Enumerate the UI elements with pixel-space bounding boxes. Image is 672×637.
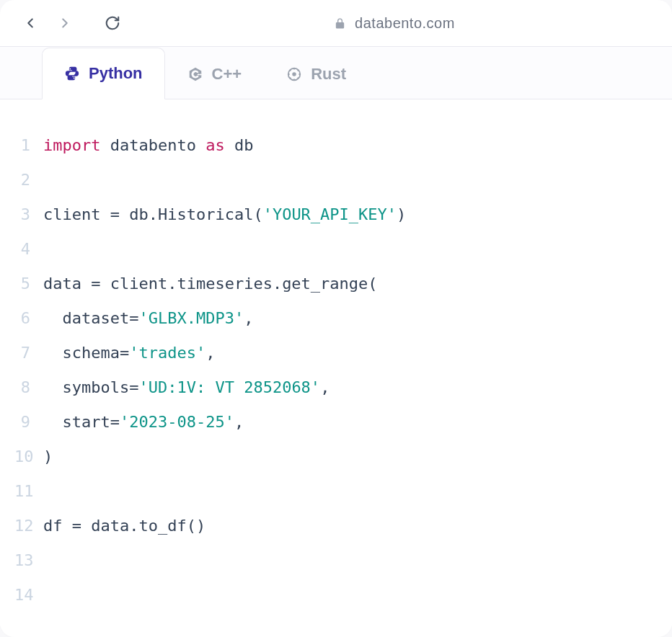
code-content: schema='trades', [43,336,215,370]
code-content: symbols='UD:1V: VT 2852068', [43,370,330,405]
line-number: 9 [14,405,43,440]
code-content: df = data.to_df() [43,509,205,543]
code-content: ) [43,440,53,474]
tab-label: C++ [212,65,242,84]
line-number: 11 [14,474,43,509]
back-button[interactable] [20,13,40,33]
code-content: start='2023-08-25', [43,405,244,440]
line-number: 1 [14,128,43,163]
rust-icon [286,66,302,82]
code-content [43,543,53,578]
tab-python[interactable]: Python [42,48,165,99]
line-number: 7 [14,336,43,370]
code-line: 9 start='2023-08-25', [14,405,658,440]
refresh-button[interactable] [102,13,123,33]
line-number: 14 [14,578,43,612]
code-line: 3client = db.Historical('YOUR_API_KEY') [14,197,658,232]
browser-window: databento.com PythonC++Rust 1import data… [0,0,672,637]
code-line: 4 [14,232,658,267]
tab-rust[interactable]: Rust [264,48,368,99]
line-number: 12 [14,509,43,543]
line-number: 8 [14,370,43,405]
line-number: 3 [14,197,43,232]
line-number: 6 [14,301,43,336]
svg-point-1 [292,72,296,76]
code-line: 10) [14,440,658,474]
code-line: 11 [14,474,658,509]
code-content: client = db.Historical('YOUR_API_KEY') [43,197,406,232]
language-tabs: PythonC++Rust [0,47,672,99]
code-line: 7 schema='trades', [14,336,658,370]
code-line: 6 dataset='GLBX.MDP3', [14,301,658,336]
code-line: 5data = client.timeseries.get_range( [14,267,658,301]
code-content [43,474,53,509]
code-line: 2 [14,163,658,197]
line-number: 4 [14,232,43,267]
code-line: 8 symbols='UD:1V: VT 2852068', [14,370,658,405]
code-content: dataset='GLBX.MDP3', [43,301,253,336]
code-line: 14 [14,578,658,612]
code-editor: 1import databento as db2 3client = db.Hi… [0,99,672,627]
url-text: databento.com [355,15,455,32]
tab-label: Python [89,64,143,83]
code-line: 12df = data.to_df() [14,509,658,543]
code-content: data = client.timeseries.get_range( [43,267,378,301]
code-line: 1import databento as db [14,128,658,163]
tab-cpp[interactable]: C++ [165,48,265,99]
python-icon [64,66,80,81]
code-content [43,163,53,197]
code-content: import databento as db [43,128,253,163]
line-number: 10 [14,440,43,474]
code-content [43,578,53,612]
line-number: 5 [14,267,43,301]
lock-icon [334,17,346,30]
url-bar[interactable]: databento.com [137,15,652,32]
line-number: 13 [14,543,43,578]
tab-label: Rust [311,65,346,84]
line-number: 2 [14,163,43,197]
forward-button[interactable] [55,13,75,33]
code-line: 13 [14,543,658,578]
browser-toolbar: databento.com [0,0,672,47]
cpp-icon [187,66,203,82]
code-content [43,232,53,267]
